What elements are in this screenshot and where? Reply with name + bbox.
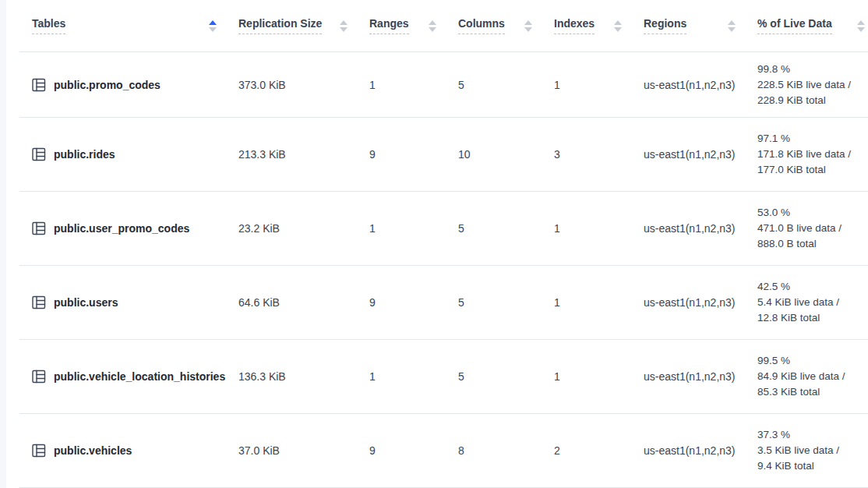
live-data-cell: 37.3 % 3.5 KiB live data / 9.4 KiB total — [757, 427, 868, 474]
caret-up-icon — [857, 20, 865, 25]
table-name-link[interactable]: public.vehicle_location_histories — [54, 370, 225, 383]
live-data-total: 12.8 KiB total — [757, 310, 868, 326]
table-name-cell: public.vehicles — [19, 443, 238, 458]
column-header-regions-label: Regions — [644, 17, 686, 34]
table-row: public.users 64.6 KiB 9 5 1 us-east1(n1,… — [19, 266, 868, 340]
indexes-cell: 1 — [554, 222, 644, 235]
column-header-regions[interactable]: Regions — [644, 17, 757, 34]
caret-up-icon — [524, 20, 532, 25]
caret-up-icon — [340, 20, 348, 25]
columns-cell: 8 — [458, 444, 554, 457]
columns-cell: 10 — [458, 148, 554, 161]
table-icon — [31, 443, 47, 458]
live-data-amount: 3.5 KiB live data / — [757, 443, 868, 458]
column-header-columns-label: Columns — [458, 17, 505, 34]
caret-down-icon — [857, 27, 865, 32]
caret-down-icon — [524, 27, 532, 32]
live-data-cell: 99.8 % 228.5 KiB live data / 228.9 KiB t… — [757, 62, 868, 108]
live-data-percent: 99.8 % — [757, 62, 868, 77]
columns-cell: 5 — [458, 222, 554, 235]
table-row: public.vehicle_location_histories 136.3 … — [19, 340, 868, 414]
sort-icon[interactable] — [332, 20, 348, 32]
table-body: public.promo_codes 373.0 KiB 1 5 1 us-ea… — [6, 52, 868, 488]
live-data-amount: 5.4 KiB live data / — [757, 295, 868, 310]
replication-size-cell: 64.6 KiB — [238, 296, 369, 309]
live-data-total: 177.0 KiB total — [757, 162, 868, 178]
column-header-columns[interactable]: Columns — [458, 17, 554, 34]
ranges-cell: 9 — [369, 148, 458, 161]
sort-icon[interactable] — [421, 20, 436, 32]
table-name-cell: public.user_promo_codes — [19, 221, 238, 236]
regions-cell: us-east1(n1,n2,n3) — [644, 79, 757, 91]
table-row: public.vehicles 37.0 KiB 9 8 2 us-east1(… — [19, 414, 868, 488]
replication-size-cell: 213.3 KiB — [238, 148, 369, 161]
table-icon — [31, 369, 47, 384]
live-data-cell: 99.5 % 84.9 KiB live data / 85.3 KiB tot… — [757, 353, 868, 400]
column-header-ranges-label: Ranges — [369, 17, 409, 34]
sort-icon[interactable] — [517, 20, 532, 32]
table-name-link[interactable]: public.user_promo_codes — [54, 222, 189, 235]
live-data-total: 85.3 KiB total — [757, 384, 868, 400]
caret-up-icon — [429, 20, 436, 25]
table-icon — [31, 77, 47, 93]
live-data-percent: 37.3 % — [757, 427, 868, 443]
caret-up-icon — [614, 20, 622, 25]
table-name-link[interactable]: public.promo_codes — [54, 79, 161, 91]
replication-size-cell: 23.2 KiB — [238, 222, 369, 235]
sort-icon[interactable] — [720, 20, 736, 32]
live-data-amount: 84.9 KiB live data / — [757, 369, 868, 384]
sort-icon[interactable] — [606, 20, 622, 32]
ranges-cell: 9 — [369, 296, 458, 309]
regions-cell: us-east1(n1,n2,n3) — [644, 296, 757, 309]
regions-cell: us-east1(n1,n2,n3) — [644, 444, 757, 457]
column-header-indexes[interactable]: Indexes — [554, 17, 644, 34]
table-row: public.promo_codes 373.0 KiB 1 5 1 us-ea… — [19, 52, 868, 118]
column-header-live-data-label: % of Live Data — [757, 17, 832, 34]
ranges-cell: 1 — [369, 222, 458, 235]
column-header-live-data[interactable]: % of Live Data — [757, 17, 868, 34]
tables-list-card: Tables Replication Size Ranges Columns I… — [6, 0, 868, 488]
table-row: public.rides 213.3 KiB 9 10 3 us-east1(n… — [19, 118, 868, 192]
table-name-link[interactable]: public.vehicles — [54, 444, 132, 457]
live-data-amount: 228.5 KiB live data / — [757, 77, 868, 93]
caret-down-icon — [209, 27, 217, 32]
live-data-percent: 53.0 % — [757, 205, 868, 221]
live-data-total: 9.4 KiB total — [757, 458, 868, 474]
live-data-cell: 53.0 % 471.0 B live data / 888.0 B total — [757, 205, 868, 252]
live-data-amount: 171.8 KiB live data / — [757, 147, 868, 162]
replication-size-cell: 37.0 KiB — [238, 444, 369, 457]
table-name-link[interactable]: public.rides — [54, 148, 115, 161]
sort-icon[interactable] — [201, 20, 217, 32]
caret-down-icon — [728, 27, 736, 32]
replication-size-cell: 373.0 KiB — [238, 79, 369, 91]
regions-cell: us-east1(n1,n2,n3) — [644, 370, 757, 383]
column-header-indexes-label: Indexes — [554, 17, 595, 34]
table-icon — [31, 221, 47, 236]
table-row: public.user_promo_codes 23.2 KiB 1 5 1 u… — [19, 192, 868, 266]
live-data-percent: 99.5 % — [757, 353, 868, 369]
table-icon — [31, 295, 47, 310]
live-data-total: 228.9 KiB total — [757, 93, 868, 108]
column-header-tables[interactable]: Tables — [19, 17, 238, 34]
caret-up-icon — [209, 20, 217, 25]
columns-cell: 5 — [458, 370, 554, 383]
table-name-cell: public.vehicle_location_histories — [19, 369, 238, 384]
column-header-replication-size[interactable]: Replication Size — [238, 17, 369, 34]
replication-size-cell: 136.3 KiB — [238, 370, 369, 383]
sort-icon[interactable] — [849, 20, 865, 32]
column-header-ranges[interactable]: Ranges — [369, 17, 458, 34]
column-header-replication-size-label: Replication Size — [238, 17, 322, 34]
regions-cell: us-east1(n1,n2,n3) — [644, 222, 757, 235]
indexes-cell: 3 — [554, 148, 644, 161]
table-header-row: Tables Replication Size Ranges Columns I… — [19, 0, 868, 52]
live-data-cell: 42.5 % 5.4 KiB live data / 12.8 KiB tota… — [757, 279, 868, 326]
regions-cell: us-east1(n1,n2,n3) — [644, 148, 757, 161]
ranges-cell: 1 — [369, 370, 458, 383]
table-name-cell: public.rides — [19, 147, 238, 162]
indexes-cell: 1 — [554, 79, 644, 91]
table-name-link[interactable]: public.users — [54, 296, 118, 309]
caret-down-icon — [340, 27, 348, 32]
table-name-cell: public.promo_codes — [19, 77, 238, 93]
table-icon — [31, 147, 47, 162]
indexes-cell: 1 — [554, 370, 644, 383]
